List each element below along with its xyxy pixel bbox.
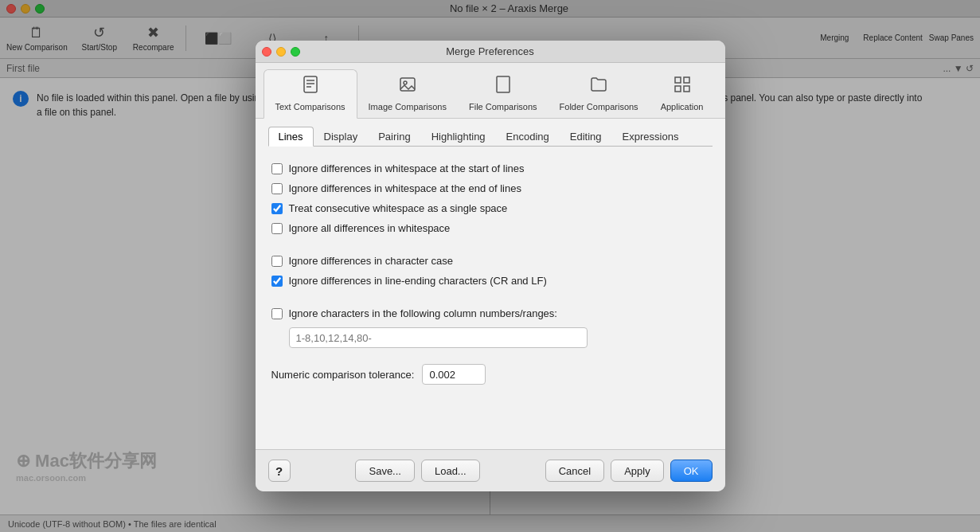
footer-left: ?	[268, 460, 291, 482]
modal-icon-tabs: Text Comparisons Image Comparisons	[256, 63, 725, 119]
apply-button[interactable]: Apply	[611, 460, 664, 482]
ignore-column-ranges-label: Ignore characters in the following colum…	[289, 307, 557, 319]
ignore-column-ranges-checkbox[interactable]	[271, 308, 283, 319]
checkbox-row-4: Ignore all differences in whitespace	[271, 222, 709, 234]
svg-rect-8	[684, 77, 689, 83]
checkbox-row-3: Treat consecutive whitespace as a single…	[271, 202, 709, 214]
text-comparisons-icon	[301, 75, 320, 99]
modal-footer: ? Save... Load... Cancel Apply OK	[256, 449, 725, 491]
folder-comparisons-label: Folder Comparisons	[560, 102, 638, 111]
svg-rect-10	[684, 86, 689, 92]
ok-button[interactable]: OK	[670, 460, 713, 482]
tolerance-row: Numeric comparison tolerance:	[271, 364, 709, 385]
treat-consecutive-whitespace-label: Treat consecutive whitespace as a single…	[289, 202, 508, 214]
checkbox-row-1: Ignore differences in whitespace at the …	[271, 162, 709, 174]
ignore-whitespace-end-label: Ignore differences in whitespace at the …	[289, 182, 521, 194]
tolerance-input[interactable]	[422, 364, 486, 385]
tab-file-comparisons[interactable]: File Comparisons	[458, 69, 549, 118]
tab-image-comparisons[interactable]: Image Comparisons	[357, 69, 458, 118]
modal-traffic-lights	[262, 47, 300, 57]
file-comparisons-icon	[494, 75, 513, 99]
sub-tab-expressions[interactable]: Expressions	[612, 127, 689, 147]
app-window: No file × 2 – Araxis Merge 🗒 New Compari…	[0, 0, 980, 532]
ignore-whitespace-end-checkbox[interactable]	[271, 183, 283, 194]
treat-consecutive-whitespace-checkbox[interactable]	[271, 203, 283, 214]
tab-application[interactable]: Application	[650, 69, 715, 118]
image-comparisons-label: Image Comparisons	[369, 102, 447, 111]
preferences-modal: Merge Preferences Text Comparisons	[256, 41, 725, 491]
svg-rect-0	[304, 76, 317, 92]
sub-tabs: Lines Display Pairing Highlighting Encod…	[268, 127, 713, 147]
save-button[interactable]: Save...	[355, 460, 414, 482]
svg-point-5	[404, 81, 407, 84]
ignore-whitespace-start-checkbox[interactable]	[271, 163, 283, 174]
ignore-line-endings-label: Ignore differences in line-ending charac…	[289, 275, 547, 287]
sub-tab-display[interactable]: Display	[314, 127, 369, 147]
ignore-line-endings-checkbox[interactable]	[271, 276, 283, 287]
application-label: Application	[661, 102, 704, 111]
cancel-button[interactable]: Cancel	[545, 460, 604, 482]
sub-tab-encoding[interactable]: Encoding	[496, 127, 560, 147]
sub-tab-highlighting[interactable]: Highlighting	[421, 127, 496, 147]
image-comparisons-icon	[398, 75, 417, 99]
checkbox-row-2: Ignore differences in whitespace at the …	[271, 182, 709, 194]
footer-center: Save... Load...	[355, 460, 479, 482]
ignore-all-whitespace-label: Ignore all differences in whitespace	[289, 222, 451, 234]
checkbox-row-7: Ignore characters in the following colum…	[271, 307, 709, 319]
load-button[interactable]: Load...	[421, 460, 480, 482]
text-comparisons-label: Text Comparisons	[275, 102, 346, 111]
modal-titlebar: Merge Preferences	[256, 41, 725, 63]
ignore-whitespace-start-label: Ignore differences in whitespace at the …	[289, 162, 525, 174]
checkbox-row-6: Ignore differences in line-ending charac…	[271, 275, 709, 287]
modal-content: Ignore differences in whitespace at the …	[256, 147, 725, 449]
ignore-char-case-checkbox[interactable]	[271, 256, 283, 267]
tab-text-comparisons[interactable]: Text Comparisons	[264, 69, 357, 119]
sub-tab-pairing[interactable]: Pairing	[368, 127, 420, 147]
application-icon	[673, 75, 692, 99]
ignore-char-case-label: Ignore differences in character case	[289, 255, 453, 267]
modal-title: Merge Preferences	[446, 45, 534, 57]
help-button[interactable]: ?	[268, 460, 291, 482]
column-range-input[interactable]	[289, 327, 588, 348]
modal-zoom-button[interactable]	[291, 47, 300, 57]
modal-minimize-button[interactable]	[276, 47, 286, 57]
tab-folder-comparisons[interactable]: Folder Comparisons	[549, 69, 650, 118]
modal-close-button[interactable]	[262, 47, 271, 57]
tolerance-label: Numeric comparison tolerance:	[271, 369, 415, 381]
svg-rect-6	[497, 76, 510, 92]
file-comparisons-label: File Comparisons	[469, 102, 537, 111]
checkbox-row-5: Ignore differences in character case	[271, 255, 709, 267]
modal-overlay: Merge Preferences Text Comparisons	[0, 0, 980, 532]
svg-rect-7	[675, 77, 681, 83]
folder-comparisons-icon	[589, 75, 608, 99]
footer-right: Cancel Apply OK	[545, 460, 713, 482]
sub-tab-lines[interactable]: Lines	[268, 127, 314, 147]
svg-rect-9	[675, 86, 681, 92]
sub-tab-editing[interactable]: Editing	[560, 127, 612, 147]
ignore-all-whitespace-checkbox[interactable]	[271, 223, 283, 234]
